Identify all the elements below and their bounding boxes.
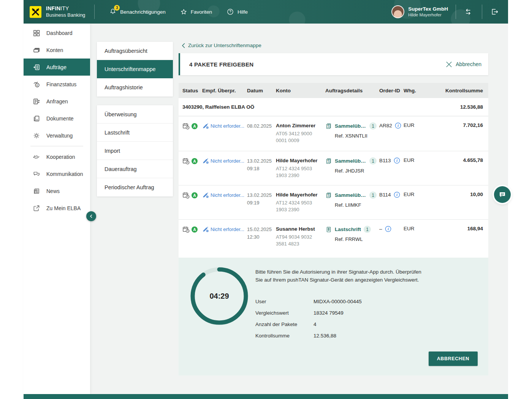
administration-icon (33, 132, 40, 139)
sidebar-item-dokumente[interactable]: Dokumente (24, 110, 90, 127)
scheduled-date-icon (182, 122, 190, 130)
sidebar-item-zu-mein-elba[interactable]: Zu Mein ELBA (24, 200, 90, 217)
subnav-item-auftragsuebersicht[interactable]: Auftragsübersicht (97, 42, 173, 60)
scheduled-date-icon (182, 226, 190, 233)
field-value: 12.536,88 (314, 333, 336, 339)
sidebar-item-label: Konten (46, 47, 63, 53)
package-row: A Nicht erforder... 13.02.2025 09:18 Hil… (179, 151, 488, 185)
favorites-label: Favoriten (191, 9, 212, 15)
sidebar-item-news[interactable]: News (24, 182, 90, 200)
switch-account-button[interactable] (464, 7, 473, 16)
subnav-item-import[interactable]: Import (97, 142, 173, 160)
subnav-item-periodischer-auftrag[interactable]: Periodischer Auftrag (97, 178, 173, 196)
field-label: Anzahl der Pakete (255, 321, 314, 327)
subnav-item-lastschrift[interactable]: Lastschrift (97, 124, 173, 142)
subnav-item-dauerauftrag[interactable]: Dauerauftrag (97, 160, 173, 178)
account-iban: AT12 4324 9503 1903 2390 (276, 200, 321, 214)
recipient-check-link[interactable]: Nicht erforder... (211, 226, 244, 232)
svg-text:i: i (397, 124, 399, 128)
svg-text:€: € (36, 83, 38, 87)
order-type-link[interactable]: Sammelübe... (335, 123, 367, 129)
order-id-cell: – i (379, 220, 404, 238)
authorization-panel: 04:29 Bitte führen Sie die Autorisierung… (179, 258, 488, 375)
order-count-badge: 1 (369, 157, 377, 165)
status-cell: A (182, 151, 202, 170)
recipient-check-not-required-icon (202, 226, 209, 233)
sidebar-item-anfragen[interactable]: Anfragen (24, 93, 90, 110)
help-icon (226, 8, 234, 16)
recipient-check-cell: Nicht erforder... (202, 151, 247, 169)
help-button[interactable]: Hilfe (226, 8, 248, 16)
sidebar-item-label: Dokumente (46, 116, 74, 122)
communication-icon (33, 170, 40, 178)
cancel-release-button[interactable]: Abbrechen (446, 61, 481, 68)
group-label: 3403290, Raiffeisen ELBA OÖ (182, 104, 254, 110)
recipient-check-link[interactable]: Nicht erforder... (211, 192, 244, 198)
abort-button[interactable]: ABBRECHEN (429, 352, 478, 366)
sidebar-item-dashboard[interactable]: Dashboard (24, 24, 90, 41)
chat-fab-button[interactable] (494, 186, 511, 203)
amount-cell: 4.655,78 (422, 151, 483, 168)
date-cell: 08.02.2025 (247, 116, 276, 135)
page: INFINITY Business Banking 3 Benachrichti… (0, 0, 532, 399)
subnav-item-unterschriftenmappe[interactable]: Unterschriftenmappe (97, 60, 173, 78)
auth-field-kontrollsumme: Kontrollsumme 12.536,88 (255, 330, 438, 341)
sidebar-item-kooperation[interactable]: Kooperation (24, 148, 90, 165)
status-cell: A (182, 116, 202, 135)
auth-field-anzahl-pakete: Anzahl der Pakete 4 (255, 318, 438, 330)
notifications-label: Benachrichtigungen (120, 9, 165, 15)
header-divider (94, 5, 95, 19)
raiffeisen-logo[interactable] (30, 6, 41, 18)
order-count-badge: 1 (369, 192, 377, 199)
currency-cell: EUR (404, 151, 422, 168)
sidebar-item-verwaltung[interactable]: Verwaltung (24, 127, 90, 144)
info-icon[interactable]: i (385, 226, 391, 232)
sidebar-item-konten[interactable]: Konten (24, 41, 90, 59)
notifications-button[interactable]: 3 Benachrichtigungen (109, 8, 165, 16)
order-reference: Ref. XSNNTLII (325, 133, 379, 139)
back-link[interactable]: Zurück zur Unterschriftenmappe (182, 43, 261, 48)
svg-text:€: € (328, 193, 329, 196)
col-konto: Konto (276, 88, 325, 93)
info-icon[interactable]: i (394, 192, 400, 198)
col-whg: Whg. (404, 88, 422, 93)
field-value: 18324 79549 (314, 310, 344, 316)
order-details-cell: € Sammelübe... 1 Ref. LIIMKF (325, 185, 379, 213)
amount-cell: 10,00 (422, 185, 483, 203)
order-details-cell: € Sammelübe... 1 Ref. JHDJSR (325, 151, 379, 179)
user-info[interactable]: SuperTex GmbH Hilde Mayerhofer (408, 6, 448, 18)
user-avatar[interactable] (391, 5, 404, 18)
authorization-instructions: Bitte führen Sie die Autorisierung in ih… (255, 268, 422, 284)
user-name: Hilde Mayerhofer (408, 12, 448, 18)
sidebar-item-label: Finanzstatus (46, 81, 76, 87)
sidebar-item-kommunikation[interactable]: Kommunikation (24, 165, 90, 182)
date-cell: 13.02.2025 09:19 (247, 185, 276, 212)
recipient-check-link[interactable]: Nicht erforder... (211, 158, 244, 164)
direct-debit-icon (325, 226, 332, 233)
recipient-check-link[interactable]: Nicht erforder... (211, 123, 244, 129)
order-type-link[interactable]: Lastschrift (335, 226, 361, 232)
logout-button[interactable] (490, 7, 499, 16)
info-icon[interactable]: i (395, 122, 401, 129)
sidebar-item-finanzstatus[interactable]: € Finanzstatus (24, 76, 90, 93)
sidebar-collapse-button[interactable] (86, 211, 96, 221)
account-holder-name: Susanne Herbst (276, 226, 325, 233)
orders-subnav-secondary: Überweisung Lastschrift Import Dauerauft… (97, 105, 173, 196)
order-reference: Ref. JHDJSR (325, 168, 379, 174)
account-holder-name: Hilde Mayerhofer (276, 192, 325, 198)
order-type-link[interactable]: Sammelübe... (335, 192, 367, 198)
subnav-item-ueberweisung[interactable]: Überweisung (97, 105, 173, 124)
currency-cell: EUR (404, 185, 422, 203)
info-icon[interactable]: i (394, 157, 400, 164)
order-type-link[interactable]: Sammelübe... (335, 158, 367, 164)
subnav-item-auftragshistorie[interactable]: Auftragshistorie (97, 78, 173, 97)
header-divider (456, 5, 456, 19)
status-cell: A (182, 185, 202, 204)
col-empf-ueberpr: Empf. Überpr. (202, 88, 247, 93)
gable-cross-icon (30, 7, 41, 17)
app-window: INFINITY Business Banking 3 Benachrichti… (24, 0, 508, 399)
favorites-button[interactable]: Favoriten (180, 8, 212, 16)
sidebar-item-auftraege[interactable]: Aufträge (24, 59, 90, 76)
content-area: Auftragsübersicht Unterschriftenmappe Au… (90, 24, 508, 394)
authorization-details: User MIDXA-00000-00445 Vergleichswert 18… (255, 296, 438, 341)
